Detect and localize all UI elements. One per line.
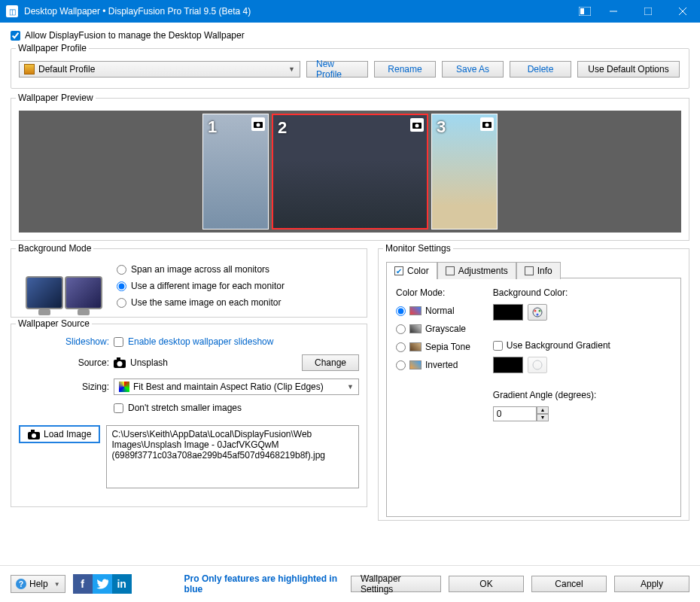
nostretch-checkbox[interactable] xyxy=(114,403,123,413)
angle-input[interactable] xyxy=(493,406,537,421)
preview-group: Wallpaper Preview 1 2 3 xyxy=(11,98,689,241)
bgcolor-label: Background Color: xyxy=(493,287,610,298)
bg-diff-row[interactable]: Use a different image for each monitor xyxy=(117,281,285,291)
tab-color[interactable]: ✔Color xyxy=(386,262,437,279)
svg-point-16 xyxy=(281,155,416,218)
source-value: Unsplash xyxy=(130,357,168,368)
svg-rect-14 xyxy=(273,115,428,153)
linkedin-icon[interactable]: in xyxy=(112,574,132,594)
bg-diff-radio[interactable] xyxy=(117,281,126,291)
color-mode-label: Color Mode: xyxy=(396,287,470,298)
bg-same-row[interactable]: Use the same image on each monitor xyxy=(117,297,285,308)
allow-manage-row: Allow DisplayFusion to manage the Deskto… xyxy=(11,30,689,41)
svg-rect-15 xyxy=(273,153,428,230)
cm-sepia-row[interactable]: Sepia Tone xyxy=(396,342,470,352)
sepia-icon xyxy=(409,342,422,351)
svg-rect-32 xyxy=(31,430,35,433)
ok-button[interactable]: OK xyxy=(449,576,524,592)
bg-mode-group: Background Mode Span an image across all… xyxy=(11,248,367,318)
svg-point-34 xyxy=(534,310,536,312)
titlebar-monitor-icon[interactable] xyxy=(574,0,596,23)
cm-inv-radio[interactable] xyxy=(396,360,406,370)
svg-point-31 xyxy=(32,433,36,438)
monitor-3[interactable]: 3 xyxy=(431,114,498,230)
slideshow-label: Slideshow: xyxy=(19,336,109,347)
inverted-icon xyxy=(409,360,422,369)
preview-strip: 1 2 3 xyxy=(19,111,681,233)
close-button[interactable] xyxy=(665,0,700,23)
bg-span-radio[interactable] xyxy=(117,265,126,275)
profile-select[interactable]: Default Profile ▼ xyxy=(19,61,300,78)
profile-group-label: Wallpaper Profile xyxy=(16,43,89,53)
use-default-button[interactable]: Use Default Options xyxy=(577,61,680,78)
svg-rect-1 xyxy=(580,8,584,14)
new-profile-button[interactable]: New Profile xyxy=(306,61,368,78)
tab-adjustments[interactable]: Adjustments xyxy=(437,262,516,279)
cm-normal-radio[interactable] xyxy=(396,306,406,316)
twitter-icon[interactable] xyxy=(93,574,112,594)
use-gradient-checkbox[interactable] xyxy=(493,341,503,351)
facebook-icon[interactable]: f xyxy=(73,574,93,594)
bgcolor-swatch[interactable] xyxy=(493,304,523,321)
spinner-down[interactable]: ▼ xyxy=(537,414,549,421)
sizing-label: Sizing: xyxy=(19,382,109,392)
angle-spinner[interactable]: ▲▼ xyxy=(493,406,549,421)
bg-same-radio[interactable] xyxy=(117,298,126,308)
slideshow-checkbox[interactable] xyxy=(114,337,123,347)
camera-icon[interactable] xyxy=(410,118,424,132)
preview-group-label: Wallpaper Preview xyxy=(16,93,96,103)
help-button[interactable]: ? Help ▼ xyxy=(11,575,65,593)
use-gradient-row[interactable]: Use Background Gradient xyxy=(493,340,610,351)
change-button[interactable]: Change xyxy=(302,354,359,371)
cm-sepia-radio[interactable] xyxy=(396,342,406,352)
bg-span-row[interactable]: Span an image across all monitors xyxy=(117,264,285,275)
svg-rect-3 xyxy=(644,8,652,15)
cm-grayscale-row[interactable]: Grayscale xyxy=(396,324,470,334)
tab-info[interactable]: Info xyxy=(516,262,561,279)
monitor-1[interactable]: 1 xyxy=(202,114,269,230)
cm-gray-radio[interactable] xyxy=(396,324,406,334)
svg-point-25 xyxy=(460,130,487,151)
maximize-button[interactable] xyxy=(631,0,665,23)
svg-point-36 xyxy=(536,314,538,316)
svg-point-13 xyxy=(415,124,419,128)
angle-label: Gradient Angle (degrees): xyxy=(493,390,610,400)
source-group: Wallpaper Source Slideshow: Enable deskt… xyxy=(11,324,367,507)
sizing-select[interactable]: Fit Best and maintain Aspect Ratio (Clip… xyxy=(114,379,359,395)
svg-rect-11 xyxy=(241,160,260,230)
sizing-icon xyxy=(119,382,129,392)
cancel-button[interactable]: Cancel xyxy=(531,576,607,592)
color-picker-button[interactable] xyxy=(528,304,547,321)
image-path[interactable]: C:\Users\Keith\AppData\Local\DisplayFusi… xyxy=(106,425,359,488)
bg-mode-label: Background Mode xyxy=(16,243,93,254)
cm-inverted-row[interactable]: Inverted xyxy=(396,360,470,370)
load-image-button[interactable]: Load Image xyxy=(19,425,100,443)
wallpaper-settings-button[interactable]: Wallpaper Settings xyxy=(351,576,441,592)
apply-button[interactable]: Apply xyxy=(614,576,689,592)
chevron-down-icon: ▼ xyxy=(288,65,295,73)
tab-content: Color Mode: Normal Grayscale Sepia Tone … xyxy=(386,278,681,517)
rename-button[interactable]: Rename xyxy=(374,61,436,78)
monitor-2[interactable]: 2 xyxy=(272,114,428,230)
nostretch-label: Don't stretch smaller images xyxy=(128,403,242,413)
svg-point-35 xyxy=(538,310,540,312)
camera-icon[interactable] xyxy=(480,117,494,131)
saveas-button[interactable]: Save As xyxy=(442,61,504,78)
svg-point-18 xyxy=(379,190,409,220)
monitor-settings-group: Monitor Settings ✔Color Adjustments Info… xyxy=(378,248,689,521)
minimize-button[interactable] xyxy=(596,0,631,23)
help-icon: ? xyxy=(16,579,26,589)
monitors-illustration xyxy=(19,261,109,309)
checkbox-icon xyxy=(446,266,455,275)
spinner-up[interactable]: ▲ xyxy=(537,406,549,414)
allow-manage-checkbox[interactable] xyxy=(11,31,20,41)
camera-icon[interactable] xyxy=(251,117,265,131)
svg-point-21 xyxy=(485,123,489,127)
svg-point-17 xyxy=(300,190,330,220)
delete-button[interactable]: Delete xyxy=(510,61,571,78)
camera-icon xyxy=(28,430,40,439)
window-title: Desktop Wallpaper • DisplayFusion Pro Tr… xyxy=(24,6,574,17)
profile-icon xyxy=(24,64,35,74)
chevron-down-icon: ▼ xyxy=(54,581,60,588)
cm-normal-row[interactable]: Normal xyxy=(396,306,470,316)
